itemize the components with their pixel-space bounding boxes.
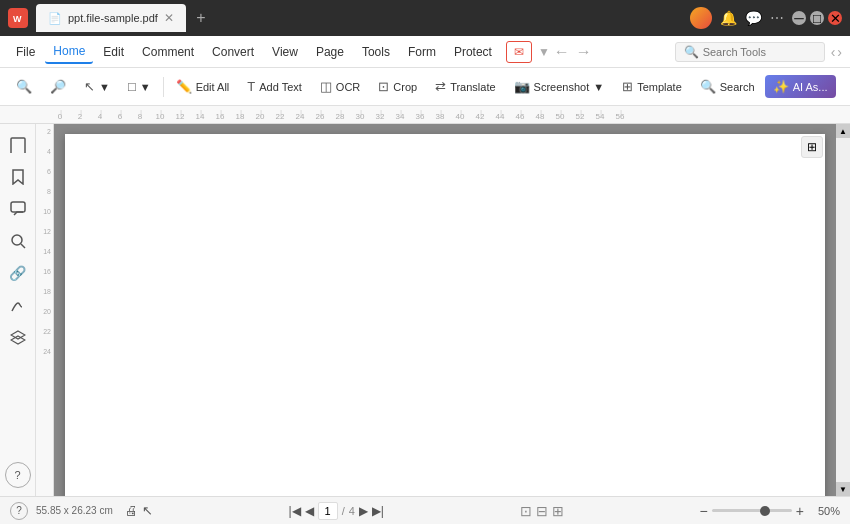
tool-help[interactable]: ? <box>5 462 31 488</box>
ruler-mark-30: 30 <box>350 112 370 121</box>
vertical-ruler: 2 4 6 8 10 12 14 16 18 20 22 24 <box>36 124 54 496</box>
tool-search-left[interactable] <box>5 228 31 254</box>
chat-icon[interactable]: 💬 <box>745 10 762 26</box>
scroll-down-button[interactable]: ▼ <box>836 482 850 496</box>
menu-home[interactable]: Home <box>45 40 93 64</box>
menu-view[interactable]: View <box>264 41 306 63</box>
menu-file[interactable]: File <box>8 41 43 63</box>
new-tab-button[interactable]: + <box>190 7 212 29</box>
last-page-button[interactable]: ▶| <box>372 504 384 518</box>
svg-text:W: W <box>13 14 22 24</box>
v-mark-20: 22 <box>43 328 51 348</box>
ruler-marks: 0 2 4 6 8 10 12 14 16 18 20 22 24 26 28 … <box>50 112 630 121</box>
v-mark-12: 14 <box>43 248 51 268</box>
ruler-mark-40: 40 <box>450 112 470 121</box>
nav-forward-icon[interactable]: → <box>576 43 592 61</box>
zoom-thumb[interactable] <box>760 506 770 516</box>
tool-page-thumbnail[interactable] <box>5 132 31 158</box>
minimize-button[interactable]: ─ <box>792 11 806 25</box>
scroll-up-button[interactable]: ▲ <box>836 124 850 138</box>
email-icon: ✉ <box>514 45 524 59</box>
nav-arrow-right-icon[interactable]: › <box>837 44 842 60</box>
menu-edit[interactable]: Edit <box>95 41 132 63</box>
select-dropdown-icon: ▼ <box>99 81 110 93</box>
ruler-mark-16: 16 <box>210 112 230 121</box>
menu-form[interactable]: Form <box>400 41 444 63</box>
cursor-icon[interactable]: ↖ <box>142 503 153 518</box>
close-button[interactable]: ✕ <box>828 11 842 25</box>
right-scrollbar[interactable]: ▲ ▼ <box>836 124 850 496</box>
ruler-mark-10: 10 <box>150 112 170 121</box>
ai-button[interactable]: ✨ AI As... <box>765 75 836 98</box>
svg-point-4 <box>12 235 22 245</box>
ruler-mark-38: 38 <box>430 112 450 121</box>
more-options-icon[interactable]: ⋯ <box>770 10 784 26</box>
svg-marker-7 <box>11 336 25 344</box>
ruler-mark-6: 6 <box>110 112 130 121</box>
menu-protect[interactable]: Protect <box>446 41 500 63</box>
v-mark-10: 12 <box>43 228 51 248</box>
search-button[interactable]: 🔍 Search <box>692 75 763 98</box>
nav-arrow-left-icon[interactable]: ‹ <box>831 44 836 60</box>
tool-layers[interactable] <box>5 324 31 350</box>
rect-button[interactable]: □ ▼ <box>120 75 159 98</box>
screenshot-button[interactable]: 📷 Screenshot ▼ <box>506 75 613 98</box>
prev-page-button[interactable]: ◀ <box>305 504 314 518</box>
tab-file-icon: 📄 <box>48 12 62 25</box>
email-button[interactable]: ✉ <box>506 41 532 63</box>
edit-all-button[interactable]: ✏️ Edit All <box>168 75 238 98</box>
profile-avatar[interactable] <box>690 7 712 29</box>
ruler-mark-44: 44 <box>490 112 510 121</box>
pdf-page: ⊞ <box>65 134 825 496</box>
first-page-button[interactable]: |◀ <box>289 504 301 518</box>
continuous-view-icon[interactable]: ⊟ <box>536 503 548 519</box>
translate-icon: ⇄ <box>435 79 446 94</box>
menu-convert[interactable]: Convert <box>204 41 262 63</box>
menu-page[interactable]: Page <box>308 41 352 63</box>
zoom-slider[interactable] <box>712 509 792 512</box>
ruler-mark-50: 50 <box>550 112 570 121</box>
search-tools-bar[interactable]: 🔍 <box>675 42 825 62</box>
maximize-button[interactable]: □ <box>810 11 824 25</box>
tool-attach[interactable]: 🔗 <box>5 260 31 286</box>
active-tab[interactable]: 📄 ppt.file-sample.pdf ✕ <box>36 4 186 32</box>
notification-icon[interactable]: 🔔 <box>720 10 737 26</box>
tool-comment[interactable] <box>5 196 31 222</box>
tool-signature[interactable] <box>5 292 31 318</box>
v-mark-6: 8 <box>47 188 51 208</box>
zoom-minus-icon[interactable]: − <box>700 503 708 519</box>
ruler-mark-20: 20 <box>250 112 270 121</box>
menu-comment[interactable]: Comment <box>134 41 202 63</box>
next-page-button[interactable]: ▶ <box>359 504 368 518</box>
search-tools-input[interactable] <box>703 46 816 58</box>
page-tool-icon[interactable]: 🖨 <box>125 503 138 518</box>
ocr-button[interactable]: ◫ OCR <box>312 75 368 98</box>
view-icons: ⊡ ⊟ ⊞ <box>520 503 564 519</box>
tab-bar: 📄 ppt.file-sample.pdf ✕ + <box>36 4 682 32</box>
two-page-view-icon[interactable]: ⊞ <box>552 503 564 519</box>
v-mark-8: 10 <box>43 208 51 228</box>
tab-close-icon[interactable]: ✕ <box>164 11 174 25</box>
single-page-view-icon[interactable]: ⊡ <box>520 503 532 519</box>
bottom-bar: ? 55.85 x 26.23 cm 🖨 ↖ |◀ ◀ / 4 ▶ ▶| ⊡ ⊟… <box>0 496 850 524</box>
add-text-button[interactable]: T Add Text <box>239 75 310 98</box>
ruler-mark-2: 2 <box>70 112 90 121</box>
doc-corner-button[interactable]: ⊞ <box>801 136 823 158</box>
zoom-level: 50% <box>808 505 840 517</box>
template-button[interactable]: ⊞ Template <box>614 75 690 98</box>
page-number-input[interactable] <box>318 502 338 520</box>
help-button[interactable]: ? <box>10 502 28 520</box>
tool-bookmark[interactable] <box>5 164 31 190</box>
dropdown-arrow-icon[interactable]: ▼ <box>538 45 550 59</box>
zoom-out-button[interactable]: 🔍 <box>8 75 40 98</box>
select-button[interactable]: ↖ ▼ <box>76 75 118 98</box>
document-area[interactable]: ⊞ <box>54 124 836 496</box>
crop-button[interactable]: ⊡ Crop <box>370 75 425 98</box>
menu-tools[interactable]: Tools <box>354 41 398 63</box>
ruler-mark-0: 0 <box>50 112 70 121</box>
nav-back-icon[interactable]: ← <box>554 43 570 61</box>
zoom-in-button[interactable]: 🔎 <box>42 75 74 98</box>
zoom-plus-icon[interactable]: + <box>796 503 804 519</box>
v-mark-18: 20 <box>43 308 51 328</box>
translate-button[interactable]: ⇄ Translate <box>427 75 503 98</box>
